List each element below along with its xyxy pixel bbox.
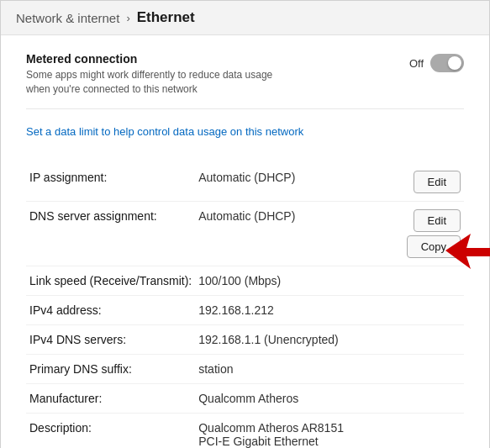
- dns-copy-button[interactable]: Copy: [407, 235, 461, 258]
- row-action: [397, 383, 464, 413]
- breadcrumb-header: Network & internet › Ethernet: [1, 1, 489, 35]
- row-action: [397, 295, 464, 324]
- table-row: IP assignment: Automatic (DHCP) Edit: [26, 163, 464, 202]
- settings-window: Network & internet › Ethernet Metered co…: [0, 0, 490, 448]
- table-row: IPv4 DNS servers: 192.168.1.1 (Unencrypt…: [26, 324, 464, 354]
- row-value: Qualcomm Atheros: [195, 383, 397, 413]
- row-label: Primary DNS suffix:: [26, 354, 195, 383]
- row-label: IPv4 address:: [26, 295, 195, 324]
- metered-description: Some apps might work differently to redu…: [26, 68, 272, 97]
- row-action: [397, 324, 464, 354]
- table-row: Description: Qualcomm Atheros AR8151PCI-…: [26, 413, 464, 448]
- page-content: Metered connection Some apps might work …: [1, 35, 489, 448]
- row-value: station: [195, 354, 397, 383]
- metered-text-block: Metered connection Some apps might work …: [26, 52, 272, 97]
- row-label: Description:: [26, 413, 195, 448]
- metered-toggle[interactable]: [430, 54, 464, 72]
- row-label: IP assignment:: [26, 163, 195, 202]
- toggle-knob: [448, 56, 461, 70]
- row-action: Edit: [397, 163, 464, 202]
- data-limit-link[interactable]: Set a data limit to help control data us…: [26, 125, 303, 138]
- table-row: Link speed (Receive/Transmit): 100/100 (…: [26, 266, 464, 295]
- metered-connection-section: Metered connection Some apps might work …: [26, 52, 464, 109]
- row-value: 100/100 (Mbps): [195, 266, 397, 295]
- breadcrumb-chevron: ›: [126, 12, 129, 24]
- row-action: [397, 413, 464, 448]
- ip-assignment-edit-button[interactable]: Edit: [414, 171, 461, 193]
- table-row: Primary DNS suffix: station: [26, 354, 464, 383]
- row-label: Manufacturer:: [26, 383, 195, 413]
- row-label: IPv4 DNS servers:: [26, 324, 195, 354]
- table-row: Manufacturer: Qualcomm Atheros: [26, 383, 464, 413]
- dns-edit-button[interactable]: Edit: [414, 209, 461, 232]
- row-label: Link speed (Receive/Transmit):: [26, 266, 195, 295]
- metered-title: Metered connection: [26, 52, 272, 66]
- row-value: 192.168.1.212: [195, 295, 397, 324]
- row-value: Qualcomm Atheros AR8151PCI-E Gigabit Eth…: [195, 413, 397, 448]
- table-row: DNS server assignment: Automatic (DHCP) …: [26, 201, 464, 266]
- page-title: Ethernet: [137, 9, 195, 26]
- row-action: [397, 266, 464, 295]
- toggle-container: Off: [409, 54, 464, 72]
- row-action: [397, 354, 464, 383]
- row-value: Automatic (DHCP): [195, 201, 397, 266]
- row-value: Automatic (DHCP): [195, 163, 397, 202]
- toggle-label: Off: [409, 57, 424, 70]
- row-value: 192.168.1.1 (Unencrypted): [195, 324, 397, 354]
- row-action: Edit Copy: [397, 201, 464, 266]
- table-row: IPv4 address: 192.168.1.212: [26, 295, 464, 324]
- dns-buttons: Edit Copy: [400, 209, 461, 258]
- breadcrumb-network[interactable]: Network & internet: [16, 11, 119, 25]
- row-label: DNS server assignment:: [26, 201, 195, 266]
- network-info-table: IP assignment: Automatic (DHCP) Edit DNS…: [26, 163, 464, 448]
